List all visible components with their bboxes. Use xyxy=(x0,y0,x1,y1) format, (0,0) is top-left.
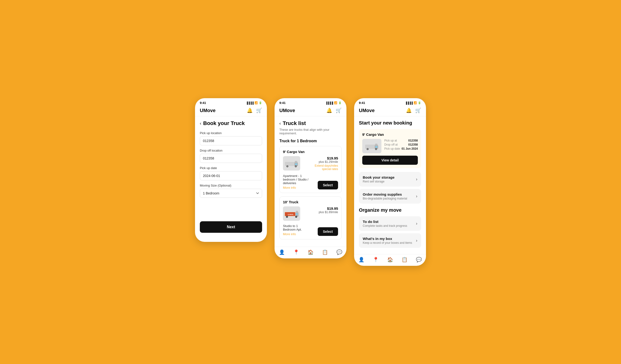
svg-point-6 xyxy=(295,166,296,167)
svg-point-4 xyxy=(287,166,288,167)
bottom-nav-2: 👤 📍 🏠 📋 💬 xyxy=(275,247,346,258)
bottom-nav-tasks-3[interactable]: 📋 xyxy=(401,257,408,263)
cart-icon-2[interactable]: 🛒 xyxy=(336,108,342,113)
truck-card-1: 10' Truck U-HAUL xyxy=(279,196,342,239)
view-detail-button[interactable]: View detail xyxy=(362,156,418,165)
bottom-nav-tasks-2[interactable]: 📋 xyxy=(322,249,328,255)
wifi-icon-2: 📶 xyxy=(334,101,337,104)
svg-rect-25 xyxy=(375,146,378,148)
truck-price-sub-1: plus $1.89/mile xyxy=(319,211,338,214)
bottom-nav-location-2[interactable]: 📍 xyxy=(293,249,299,255)
pickup-date-row: Pick up date 01 Jun 2024 xyxy=(384,147,418,150)
booking-card: 9' Cargo Van xyxy=(359,129,421,168)
select-button-1[interactable]: Select xyxy=(318,227,338,236)
dropoff-location-group: Drop off location xyxy=(200,149,262,163)
truck-price-main-1: $19.95 xyxy=(327,206,338,211)
chevron-right-storage: › xyxy=(416,177,417,182)
status-bar-1: 9:41 ▐▐▐▐ 📶 🔋 xyxy=(195,98,267,106)
time-1: 9:41 xyxy=(200,101,206,105)
booking-card-title: 9' Cargo Van xyxy=(362,132,418,136)
section1-title: Start your new booking xyxy=(359,120,421,126)
nav-icons-2: 🔔 🛒 xyxy=(326,108,342,113)
bottom-nav-3: 👤 📍 🏠 📋 💬 xyxy=(354,254,426,266)
pickup-date-label-3: Pick up date xyxy=(384,147,400,150)
time-3: 9:41 xyxy=(359,101,365,105)
moving-size-select[interactable]: 1 Bedroom Studio 2 Bedroom 3 Bedroom xyxy=(200,189,262,198)
truck-desc-block-0: Apartment - 1bedroom / Studio /deliverie… xyxy=(283,173,308,189)
cart-icon-3[interactable]: 🛒 xyxy=(415,108,421,113)
dropoff-at-label: Drop off at xyxy=(384,143,398,146)
bottom-nav-profile-2[interactable]: 👤 xyxy=(279,249,285,255)
bottom-nav-chat-2[interactable]: 💬 xyxy=(336,249,342,255)
menu-item-todo-title: To do list xyxy=(363,220,407,224)
bell-icon-1[interactable]: 🔔 xyxy=(247,108,253,113)
pickup-location-input[interactable] xyxy=(200,136,262,145)
nav-icons-3: 🔔 🛒 xyxy=(406,108,421,113)
pickup-date-value-3: 01 Jun 2024 xyxy=(401,147,418,150)
wifi-icon: 📶 xyxy=(254,101,258,104)
truck-info-1: $19.95 plus $1.89/mile xyxy=(303,206,338,214)
bell-icon-3[interactable]: 🔔 xyxy=(406,108,412,113)
truck-price-sub-0: plus $1.29/mile xyxy=(319,160,338,164)
bottom-nav-home-2[interactable]: 🏠 xyxy=(308,249,314,255)
signal-icon: ▐▐▐▐ xyxy=(246,101,254,104)
back-arrow-1[interactable]: ‹ xyxy=(200,121,201,126)
bottom-nav-home-3[interactable]: 🏠 xyxy=(387,257,393,263)
menu-item-supplies-left: Order moving supplies Bio-degradable pac… xyxy=(363,192,407,200)
section2-title: Organize my move xyxy=(359,207,421,213)
menu-item-storage-title: Book your storage xyxy=(363,175,395,179)
svg-point-13 xyxy=(287,216,288,217)
dropoff-at-row: Drop off at 012358 xyxy=(384,143,418,146)
svg-rect-18 xyxy=(365,145,376,149)
more-info-0[interactable]: More info xyxy=(283,186,308,189)
nav-bar-2: UMove 🔔 🛒 xyxy=(275,106,346,116)
menu-item-box-left: What's in my box Keep a record of your b… xyxy=(363,237,412,245)
dropoff-location-input[interactable] xyxy=(200,154,262,163)
booking-truck-svg xyxy=(364,140,380,152)
truck-info-0: $19.95 plus $1.29/mile Extend days/miles… xyxy=(303,156,338,171)
bell-icon-2[interactable]: 🔔 xyxy=(326,108,332,113)
more-info-1[interactable]: More info xyxy=(283,232,302,236)
menu-item-todo-sub: Complete tasks and track progress xyxy=(363,224,407,228)
menu-item-box[interactable]: What's in my box Keep a record of your b… xyxy=(359,233,421,248)
phones-container: 9:41 ▐▐▐▐ 📶 🔋 UMove 🔔 🛒 ‹ Book your Truc… xyxy=(195,98,426,266)
battery-icon-3: 🔋 xyxy=(418,101,421,104)
menu-item-todo[interactable]: To do list Complete tasks and track prog… xyxy=(359,216,421,231)
app-name-2: UMove xyxy=(279,108,295,113)
status-icons-2: ▐▐▐▐ 📶 🔋 xyxy=(326,101,342,104)
menu-item-supplies[interactable]: Order moving supplies Bio-degradable pac… xyxy=(359,189,421,204)
truck-list-subtitle: These are trucks that align with your re… xyxy=(279,128,342,135)
status-bar-3: 9:41 ▐▐▐▐ 📶 🔋 xyxy=(354,98,426,106)
bottom-nav-location-3[interactable]: 📍 xyxy=(373,257,379,263)
svg-text:U-HAUL: U-HAUL xyxy=(288,214,294,215)
booking-detail-rows: Pick up at 012358 Drop off at 012358 Pic… xyxy=(384,139,418,151)
menu-item-storage-sub: Rent self storage xyxy=(363,180,395,183)
menu-item-storage[interactable]: Book your storage Rent self storage › xyxy=(359,172,421,186)
svg-point-24 xyxy=(376,149,377,149)
phone-3: 9:41 ▐▐▐▐ 📶 🔋 UMove 🔔 🛒 Start your new b… xyxy=(354,98,426,266)
back-arrow-2[interactable]: ‹ xyxy=(279,121,281,126)
page-header-1: ‹ Book your Truck xyxy=(200,120,262,126)
pickup-date-label: Pick up date xyxy=(200,166,262,170)
signal-icon-3: ▐▐▐▐ xyxy=(405,101,413,104)
app-name-1: UMove xyxy=(200,108,216,113)
battery-icon: 🔋 xyxy=(259,101,262,104)
phone2-content: ‹ Truck list These are trucks that align… xyxy=(275,116,346,247)
booking-truck-image xyxy=(362,139,381,153)
next-button[interactable]: Next xyxy=(200,221,262,233)
page-title-1: Book your Truck xyxy=(203,120,245,126)
moving-size-group: Moving Size (Optional) 1 Bedroom Studio … xyxy=(200,184,262,198)
bottom-nav-profile-3[interactable]: 👤 xyxy=(358,257,364,263)
select-button-0[interactable]: Select xyxy=(318,181,338,189)
truck-card-footer-0: Apartment - 1bedroom / Studio /deliverie… xyxy=(283,173,338,189)
dropoff-location-label: Drop off location xyxy=(200,149,262,152)
pickup-date-input[interactable] xyxy=(200,171,262,180)
truck-card-0: 9' Cargo Van xyxy=(279,146,342,193)
truck-list-title: Truck list xyxy=(283,120,306,126)
price-row-1: $19.95 plus $1.89/mile xyxy=(303,206,338,214)
bottom-nav-chat-3[interactable]: 💬 xyxy=(416,257,422,263)
status-icons-3: ▐▐▐▐ 📶 🔋 xyxy=(405,101,421,104)
menu-item-todo-left: To do list Complete tasks and track prog… xyxy=(363,220,407,228)
truck-list-header: ‹ Truck list xyxy=(279,120,342,126)
cart-icon-1[interactable]: 🛒 xyxy=(256,108,262,113)
